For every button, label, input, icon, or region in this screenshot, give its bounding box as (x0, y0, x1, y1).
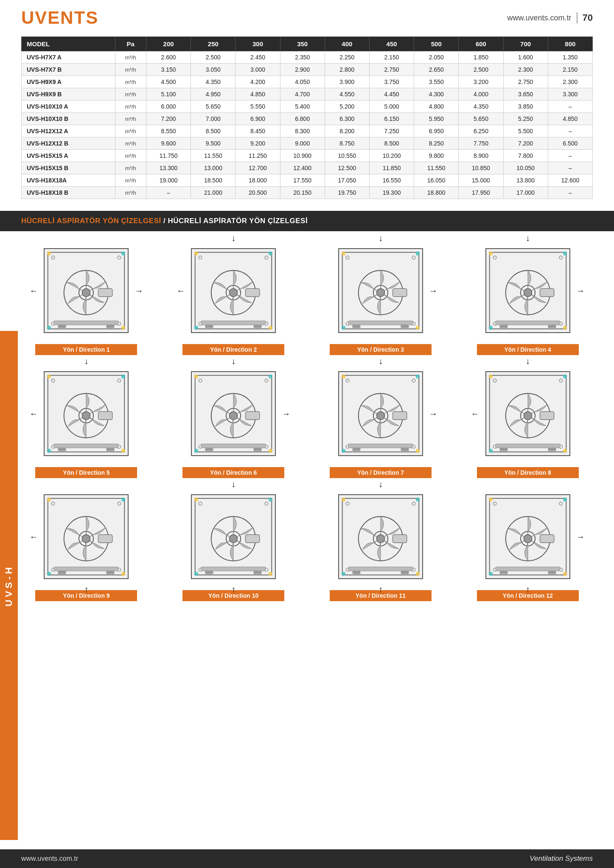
cell-value: 8.500 (191, 125, 236, 137)
svg-point-49 (493, 256, 496, 259)
svg-rect-168 (393, 535, 407, 543)
fan-svg-4 (488, 250, 568, 331)
svg-point-34 (412, 256, 415, 259)
col-600: 600 (459, 37, 503, 51)
cell-value: 5.250 (503, 113, 548, 125)
cell-value: 7.750 (459, 137, 503, 150)
svg-point-127 (563, 449, 567, 453)
fan-svg-12 (488, 496, 568, 577)
cell-value: 13.800 (503, 174, 548, 187)
logo: UVENTS (21, 8, 98, 28)
svg-point-47 (416, 326, 420, 330)
svg-point-1 (52, 256, 55, 259)
svg-point-78 (47, 449, 51, 453)
direction-section: HÜCRELİ ASPİRATÖR YÖN ÇİZELGESİ / HÜCREL… (0, 211, 614, 610)
arrow-right-7: → (429, 409, 437, 418)
table-row: UVS-H12X12 Bm³/h9.6009.5009.2009.0008.75… (22, 137, 593, 150)
specs-table: MODEL Pa 200 250 300 350 400 450 500 600… (21, 36, 593, 199)
cell-value: 5.500 (503, 125, 548, 137)
cell-value: 3.000 (236, 64, 280, 76)
col-model: MODEL (22, 37, 115, 51)
svg-point-167 (376, 535, 384, 543)
svg-point-17 (199, 256, 202, 259)
dir-label-5: Yön / Direction 5 (35, 467, 137, 478)
cell-value: 4.800 (414, 101, 459, 113)
cell-value: 6.250 (459, 125, 503, 137)
svg-point-129 (52, 502, 55, 505)
fan-svg-6 (193, 373, 274, 454)
cell-model: UVS-H7X7 A (22, 51, 115, 64)
svg-point-50 (559, 256, 563, 259)
fan-svg-3 (340, 250, 421, 331)
cell-value: 9.200 (236, 137, 280, 150)
cell-value: 9.800 (414, 150, 459, 162)
svg-point-66 (118, 379, 121, 382)
cell-value: 3.200 (459, 76, 503, 88)
svg-point-79 (121, 449, 126, 453)
cell-unit: m³/h (115, 113, 146, 125)
cell-value: 12.700 (236, 162, 280, 174)
direction-header: HÜCRELİ ASPİRATÖR YÖN ÇİZELGESİ / HÜCREL… (0, 211, 614, 231)
svg-point-190 (488, 572, 493, 576)
fan-svg-1 (46, 250, 126, 331)
arrow-right-1: → (135, 286, 143, 295)
footer-website: www.uvents.com.tr (21, 855, 78, 862)
cell-value: – (548, 125, 592, 137)
col-300: 300 (236, 37, 280, 51)
cell-value: 19.750 (325, 187, 369, 199)
cell-value: 13.000 (191, 162, 236, 174)
website-url: www.uvents.com.tr (507, 14, 571, 22)
svg-point-175 (416, 572, 420, 576)
arrow-bottom-12: ↑ (526, 585, 530, 594)
cell-unit: m³/h (115, 51, 146, 64)
svg-point-161 (346, 502, 349, 505)
svg-point-28 (194, 252, 199, 256)
footer-brand: Ventilation Systems (530, 854, 593, 863)
fan-svg-11 (340, 496, 421, 577)
table-row: UVS-H15X15 Bm³/h13.30013.00012.70012.400… (22, 162, 593, 174)
svg-point-177 (493, 502, 496, 505)
cell-value: 5.000 (369, 101, 414, 113)
svg-point-125 (563, 375, 567, 379)
arrow-left-2: ← (177, 286, 185, 295)
dir-diagram-container-12: →↑ (477, 486, 579, 588)
arrow-right-4: → (576, 286, 585, 295)
dir-box-5 (44, 371, 129, 456)
svg-rect-104 (393, 412, 407, 420)
cell-unit: m³/h (115, 137, 146, 150)
cell-value: 6.000 (146, 101, 191, 113)
cell-value: 1.850 (459, 51, 503, 64)
cell-value: 5.550 (236, 101, 280, 113)
dir-label-1: Yön / Direction 1 (35, 344, 137, 355)
cell-value: 4.700 (280, 88, 325, 101)
svg-point-119 (524, 412, 532, 420)
cell-model: UVS-H18X18 B (22, 187, 115, 199)
cell-value: 7.000 (191, 113, 236, 125)
svg-point-44 (342, 252, 346, 256)
svg-point-151 (230, 535, 238, 543)
svg-rect-139 (107, 571, 115, 574)
table-row: UVS-H15X15 Am³/h11.75011.55011.25010.900… (22, 150, 593, 162)
cell-value: 9.500 (191, 137, 236, 150)
dir-label-6: Yön / Direction 6 (182, 467, 284, 478)
dir-diagram-container-2: ↓← (182, 240, 284, 342)
cell-value: 20.500 (236, 187, 280, 199)
svg-rect-25 (201, 321, 266, 325)
svg-rect-106 (352, 448, 360, 451)
svg-rect-90 (205, 448, 213, 451)
cell-unit: m³/h (115, 150, 146, 162)
svg-point-158 (194, 572, 199, 576)
dir-box-11 (338, 494, 423, 579)
cell-value: 8.750 (325, 137, 369, 150)
cell-value: 1.350 (548, 51, 592, 64)
fan-svg-7 (340, 373, 421, 454)
svg-rect-73 (54, 444, 118, 448)
svg-point-156 (194, 498, 199, 502)
svg-point-95 (269, 449, 273, 453)
svg-point-92 (194, 375, 199, 379)
arrow-top-3: ↓ (378, 234, 383, 242)
svg-rect-40 (393, 288, 407, 297)
svg-rect-170 (352, 571, 360, 574)
dir-diagram-container-9: ←↑ (35, 486, 137, 588)
arrow-left-1: ← (29, 286, 38, 295)
